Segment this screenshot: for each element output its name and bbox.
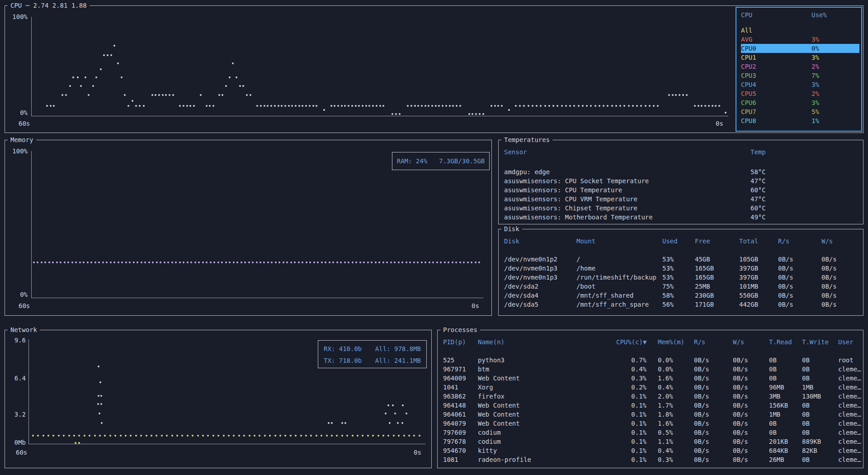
column-header-name-n[interactable]: Name(n) — [478, 337, 616, 347]
process-row-cell: 0B/s — [694, 383, 733, 392]
chart-dot — [494, 105, 496, 107]
process-row-cell: 0B/s — [694, 356, 733, 365]
chart-dot — [250, 94, 251, 96]
process-row[interactable]: 525python30.7%0.0%0B/s0B/s0B0Broot — [443, 356, 858, 365]
chart-dot — [202, 435, 204, 437]
cpu-panel: CPU ─ 2.74 2.81 1.88 100% 0% 60s 0s CPUU… — [5, 5, 863, 133]
process-row[interactable]: 954670kitty0.1%0.4%0B/s0B/s684KB82KBclem… — [443, 446, 858, 455]
cpu-legend-rows: AllAVG3%CPU00%CPU13%CPU22%CPU37%CPU43%CP… — [741, 26, 861, 125]
chart-dot — [37, 435, 39, 437]
chart-dot — [75, 442, 76, 444]
process-row-cell: 963862 — [443, 392, 478, 401]
cpu-legend-row-cpu1[interactable]: CPU13% — [741, 53, 861, 62]
chart-dot — [672, 94, 674, 96]
cpu-legend-row-cpu4[interactable]: CPU43% — [741, 80, 861, 89]
chart-dot — [192, 435, 193, 437]
process-row-cell: kitty — [478, 446, 616, 455]
chart-dot — [413, 435, 415, 437]
chart-dot — [428, 105, 429, 107]
cpu-legend-row-cpu8[interactable]: CPU81% — [741, 116, 861, 125]
network-panel-title: Network — [8, 326, 40, 334]
column-header-user[interactable]: User — [838, 337, 863, 347]
process-row-cell: 0B — [802, 410, 838, 419]
cpu-legend-row-cpu6[interactable]: CPU63% — [741, 98, 861, 107]
process-row-cell: 1MB — [769, 410, 802, 419]
chart-dot — [179, 261, 181, 263]
chart-dot — [290, 261, 292, 263]
column-header-t-write[interactable]: T.Write — [802, 337, 838, 347]
chart-dot — [436, 261, 438, 263]
process-row[interactable]: 963862firefox0.1%2.0%0B/s0B/s3MB130MBcle… — [443, 392, 858, 401]
chart-dot — [321, 435, 322, 437]
chart-dot — [121, 261, 123, 263]
process-row-cell: 201KB — [769, 437, 802, 446]
chart-dot — [263, 261, 265, 263]
chart-dot — [259, 435, 260, 437]
process-row-cell: 0B — [769, 374, 802, 383]
chart-dot — [52, 261, 54, 263]
process-row[interactable]: 1081radeon-profile0.1%0.3%0B/s0B/s26MB0B… — [443, 455, 858, 464]
chart-dot — [103, 54, 105, 56]
process-row-cell: 684KB — [769, 446, 802, 455]
process-row-cell: 0B — [769, 356, 802, 365]
disk-panel-title: Disk — [501, 225, 522, 233]
chart-dot — [452, 261, 453, 263]
process-row[interactable]: 964061Web Content0.1%1.8%0B/s0B/s1MB0Bcl… — [443, 410, 858, 419]
cpu-legend-widget[interactable]: CPUUse% AllAVG3%CPU00%CPU13%CPU22%CPU37%… — [736, 7, 862, 132]
process-row-cell: root — [838, 356, 863, 365]
chart-dot — [99, 413, 100, 414]
chart-dot — [151, 94, 153, 96]
cpu-legend-col-use[interactable]: Use% — [811, 10, 852, 19]
cpu-label: CPU2 — [741, 62, 811, 71]
process-row[interactable]: 964148Web Content0.1%1.7%0B/s0B/s156KB0B… — [443, 401, 858, 410]
disk-row-cell: / — [576, 255, 662, 264]
disk-row-cell: 101MB — [739, 282, 778, 291]
column-header-w-s[interactable]: W/s — [733, 337, 769, 347]
chart-dot — [100, 68, 102, 70]
process-row[interactable]: 964009Web Content0.3%1.6%0B/s0B/s0B0Bcle… — [443, 374, 858, 383]
process-row[interactable]: 797609codium0.1%0.5%0B/s0B/s0B0Bcleme… — [443, 428, 858, 437]
chart-dot — [267, 261, 269, 263]
chart-dot — [84, 435, 85, 437]
process-row-cell: 0.0% — [658, 365, 694, 374]
chart-dot — [475, 261, 476, 263]
chart-dot — [675, 94, 677, 96]
process-row[interactable]: 797678codium0.1%1.1%0B/s0B/s201KB889KBcl… — [443, 437, 858, 446]
process-row-cell: 0B/s — [694, 410, 733, 419]
chart-dot — [565, 105, 567, 107]
chart-dot — [686, 94, 688, 96]
column-header-r-s[interactable]: R/s — [694, 337, 733, 347]
cpu-legend-row-cpu0[interactable]: CPU00% — [741, 44, 859, 53]
process-row[interactable]: 964079Web Content0.1%1.6%0B/s0B/s0B0Bcle… — [443, 419, 858, 428]
column-header-cpu-c[interactable]: CPU%(c)▼ — [616, 337, 658, 347]
process-row-cell: firefox — [478, 392, 616, 401]
cpu-legend-row-cpu5[interactable]: CPU52% — [741, 89, 861, 98]
cpu-legend-row-cpu3[interactable]: CPU37% — [741, 71, 861, 80]
chart-dot — [321, 261, 323, 263]
chart-dot — [120, 435, 122, 437]
temperatures-table-rows: amdgpu: edge58°Casuswmisensors: CPU Sock… — [504, 167, 858, 222]
cpu-legend-row-cpu2[interactable]: CPU22% — [741, 62, 861, 71]
disk-row-cell: 53% — [662, 264, 695, 273]
column-header-t-read[interactable]: T.Read — [769, 337, 802, 347]
process-row-cell: Web Content — [478, 419, 616, 428]
chart-dot — [52, 435, 54, 437]
chart-dot — [229, 261, 231, 263]
cpu-title-text: CPU — [10, 2, 22, 9]
cpu-legend-row-all[interactable]: All — [741, 26, 861, 35]
process-row[interactable]: 967971btm0.4%0.0%0B/s0B/s0B0Bcleme… — [443, 365, 858, 374]
process-row-cell: 0B/s — [694, 419, 733, 428]
cpu-legend-row-avg[interactable]: AVG3% — [741, 35, 861, 44]
chart-dot — [519, 105, 521, 107]
chart-dot — [236, 261, 238, 263]
column-header-mem-m[interactable]: Mem%(m) — [658, 337, 694, 347]
chart-dot — [284, 105, 286, 107]
cpu-legend-col-cpu[interactable]: CPU — [741, 10, 811, 19]
chart-dot — [399, 113, 401, 115]
chart-dot — [233, 261, 235, 263]
column-header-pid-p[interactable]: PID(p) — [443, 337, 478, 347]
cpu-legend-row-cpu7[interactable]: CPU75% — [741, 107, 861, 116]
disk-row-cell: 165GB — [695, 264, 739, 273]
process-row[interactable]: 1041Xorg0.2%0.4%0B/s0B/s96MB1MBcleme… — [443, 383, 858, 392]
process-row-cell: 1.8% — [658, 410, 694, 419]
